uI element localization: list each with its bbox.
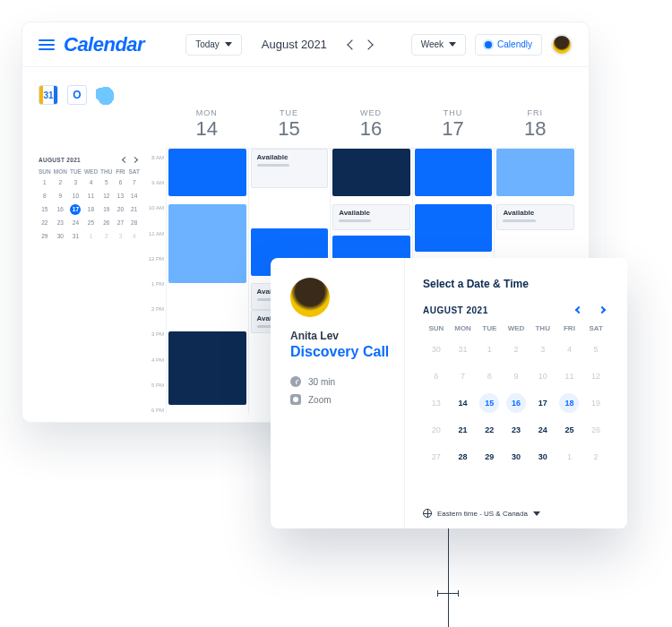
- calendly-provider-pill[interactable]: Calendly: [475, 34, 542, 56]
- mini-day[interactable]: 31: [70, 231, 81, 242]
- mini-day[interactable]: 2: [101, 231, 112, 242]
- hour-label: 9 AM: [142, 180, 164, 185]
- booking-day: 30: [426, 339, 446, 359]
- calendar-event-block[interactable]: [415, 204, 493, 252]
- google-calendar-icon[interactable]: 31: [39, 85, 58, 105]
- mini-day[interactable]: 26: [101, 218, 112, 228]
- calendar-event-block[interactable]: [496, 149, 574, 196]
- timezone-select[interactable]: Eastern time - US & Canada: [423, 509, 540, 518]
- mini-day[interactable]: 1: [85, 231, 96, 242]
- calendar-event-block[interactable]: [168, 149, 246, 196]
- mini-day[interactable]: 3: [115, 231, 125, 242]
- booking-month-label: AUGUST 2021: [423, 305, 488, 315]
- mini-day[interactable]: 24: [70, 218, 81, 228]
- mini-day[interactable]: 27: [115, 218, 125, 228]
- mini-day[interactable]: 28: [129, 218, 140, 228]
- booking-day[interactable]: 30: [506, 447, 526, 467]
- booking-day[interactable]: 25: [559, 420, 579, 440]
- mini-day[interactable]: 14: [129, 191, 140, 202]
- mini-day[interactable]: 3: [70, 177, 81, 188]
- available-slot[interactable]: Available: [332, 204, 410, 231]
- mini-day[interactable]: 19: [101, 204, 112, 215]
- booking-day: 8: [479, 366, 499, 386]
- location-row: Zoom: [290, 394, 392, 405]
- booking-day[interactable]: 18: [559, 393, 579, 413]
- calendar-event-block[interactable]: [168, 204, 246, 284]
- mini-day[interactable]: 4: [129, 231, 140, 242]
- mini-day[interactable]: 21: [129, 204, 140, 215]
- mini-dow: MON: [54, 168, 67, 175]
- calendar-event-block[interactable]: [332, 149, 410, 196]
- booking-prev-month[interactable]: [572, 303, 586, 317]
- today-button[interactable]: Today: [185, 34, 242, 56]
- mini-day[interactable]: 16: [55, 204, 65, 215]
- booking-day: 13: [426, 393, 446, 413]
- mini-day[interactable]: 12: [101, 191, 112, 202]
- mini-day[interactable]: 6: [115, 177, 125, 188]
- booking-day[interactable]: 17: [533, 393, 553, 413]
- next-period-button[interactable]: [363, 39, 373, 49]
- booking-day[interactable]: 22: [479, 420, 499, 440]
- calendar-event-block[interactable]: [168, 331, 246, 406]
- booking-day: 26: [586, 420, 606, 440]
- mini-day[interactable]: 1: [39, 177, 50, 188]
- mini-day[interactable]: 7: [129, 177, 140, 188]
- mini-dow: FRI: [115, 168, 125, 175]
- mini-day[interactable]: 22: [39, 218, 50, 228]
- mini-day[interactable]: 10: [70, 191, 81, 202]
- booking-next-month[interactable]: [595, 303, 609, 317]
- cloud-icon[interactable]: [96, 85, 116, 105]
- mini-day[interactable]: 29: [39, 231, 50, 242]
- clock-icon: [290, 376, 301, 387]
- booking-day[interactable]: 29: [479, 447, 499, 467]
- available-slot[interactable]: Available: [251, 149, 329, 188]
- calendar-event-block[interactable]: [415, 149, 493, 196]
- mini-day[interactable]: 5: [101, 177, 112, 188]
- week-dow: WED: [330, 108, 412, 117]
- view-select[interactable]: Week: [411, 34, 466, 56]
- globe-icon: [423, 509, 432, 518]
- mini-day[interactable]: 4: [85, 177, 96, 188]
- week-daynum: 18: [494, 117, 576, 141]
- booking-day: 1: [559, 447, 579, 467]
- booking-day[interactable]: 21: [453, 420, 473, 440]
- mini-day[interactable]: 2: [55, 177, 65, 188]
- mini-day[interactable]: 30: [55, 231, 65, 242]
- booking-day[interactable]: 15: [479, 393, 499, 413]
- available-slot[interactable]: Available: [496, 204, 574, 231]
- booking-day[interactable]: 16: [506, 393, 526, 413]
- user-avatar[interactable]: [551, 34, 573, 56]
- mini-day[interactable]: 9: [55, 191, 65, 202]
- week-dow: TUE: [248, 108, 331, 117]
- booking-day[interactable]: 14: [453, 393, 473, 413]
- view-label: Week: [421, 39, 444, 49]
- mini-day[interactable]: 8: [39, 191, 50, 202]
- video-icon: [290, 394, 301, 405]
- hour-label: 5 PM: [142, 382, 164, 388]
- mini-next-button[interactable]: [132, 157, 138, 163]
- menu-icon[interactable]: [39, 39, 55, 50]
- mini-day[interactable]: 13: [115, 191, 125, 202]
- hour-label: 12 PM: [142, 256, 164, 262]
- outlook-icon[interactable]: O: [67, 85, 87, 105]
- progress-bar: [257, 164, 289, 167]
- booking-day[interactable]: 30: [533, 447, 553, 467]
- mini-day[interactable]: 25: [85, 218, 96, 228]
- booking-day[interactable]: 28: [453, 447, 473, 467]
- progress-bar: [503, 219, 535, 222]
- day-column[interactable]: [166, 149, 248, 413]
- mini-day[interactable]: 11: [85, 191, 96, 202]
- booking-day[interactable]: 24: [533, 420, 553, 440]
- prev-period-button[interactable]: [347, 39, 357, 49]
- week-day-header: TUE15: [248, 108, 331, 141]
- mini-day[interactable]: 17: [70, 204, 81, 215]
- booking-dow: TUE: [476, 324, 503, 332]
- week-day-header: THU17: [412, 108, 495, 141]
- mini-day[interactable]: 15: [39, 204, 50, 215]
- mini-prev-button[interactable]: [122, 157, 128, 163]
- booking-day[interactable]: 23: [506, 420, 526, 440]
- duration-label: 30 min: [308, 377, 335, 387]
- mini-day[interactable]: 20: [115, 204, 125, 215]
- mini-day[interactable]: 23: [55, 218, 65, 228]
- mini-day[interactable]: 18: [85, 204, 96, 215]
